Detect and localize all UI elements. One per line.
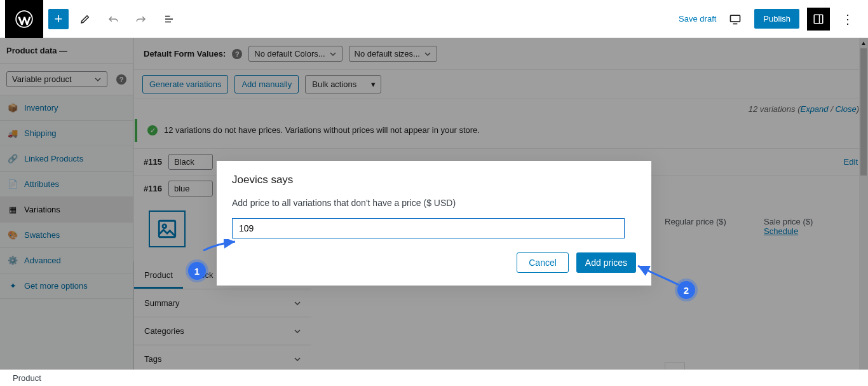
preview-button[interactable]: [724, 8, 747, 31]
annotation-arrow-2: [634, 262, 681, 287]
redo-button[interactable]: [130, 8, 153, 31]
cancel-button[interactable]: Cancel: [517, 252, 569, 273]
undo-button[interactable]: [102, 8, 125, 31]
document-overview-button[interactable]: [158, 8, 180, 31]
breadcrumb-text: Product: [13, 373, 41, 383]
price-prompt-dialog: Joevics says Add price to all variations…: [217, 161, 651, 286]
dialog-message: Add price to all variations that don't h…: [232, 198, 636, 208]
save-draft-link[interactable]: Save draft: [679, 14, 716, 24]
breadcrumb[interactable]: Product: [0, 369, 868, 386]
annotation-pin-2: 2: [677, 281, 695, 299]
annotation-arrow-1: [201, 239, 239, 254]
settings-sidebar-toggle[interactable]: [807, 8, 830, 31]
edit-tool-button[interactable]: [74, 8, 97, 31]
wordpress-logo[interactable]: [5, 0, 43, 38]
add-block-button[interactable]: +: [48, 9, 69, 29]
publish-button[interactable]: Publish: [754, 9, 799, 29]
svg-rect-2: [814, 15, 823, 24]
add-prices-button[interactable]: Add prices: [576, 252, 636, 273]
annotation-pin-1: 1: [188, 262, 206, 280]
more-options-button[interactable]: ⋮: [837, 11, 858, 27]
dialog-title: Joevics says: [232, 174, 636, 186]
price-input[interactable]: [232, 218, 625, 238]
svg-rect-1: [731, 15, 740, 22]
